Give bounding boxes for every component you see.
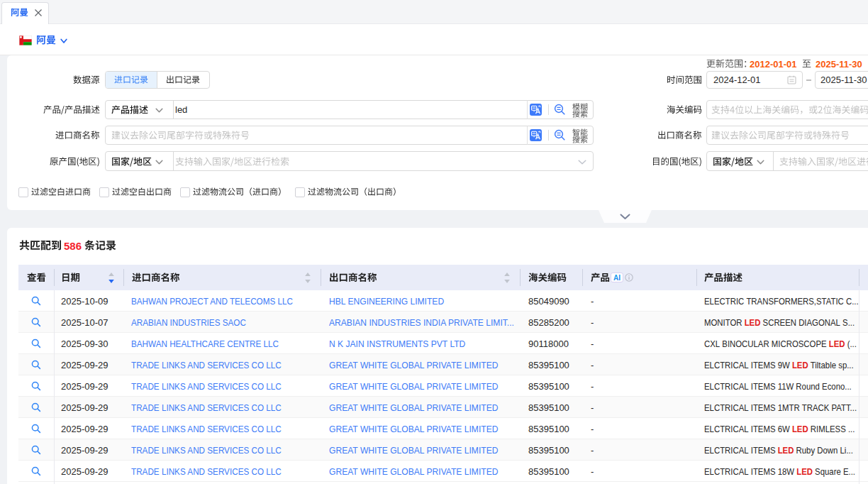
svg-text:AI: AI	[613, 274, 621, 282]
